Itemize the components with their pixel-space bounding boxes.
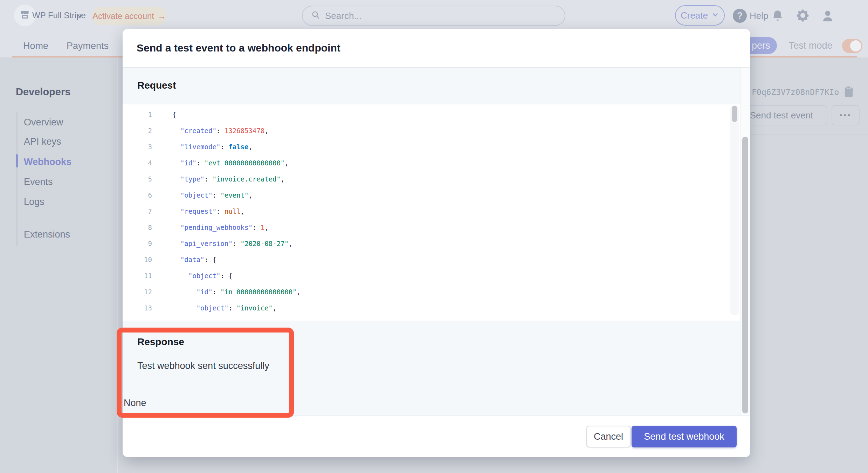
activate-account-label: Activate account	[92, 11, 154, 21]
code-text: "object": "invoice",	[172, 300, 276, 316]
more-options-button[interactable]: •••	[832, 105, 860, 125]
code-line-11: 11 "object": {	[123, 268, 740, 284]
code-text: "object": {	[172, 268, 233, 284]
sidebar-active-indicator	[16, 154, 18, 167]
code-text: "request": null,	[172, 203, 244, 219]
code-text: "type": "invoice.created",	[172, 171, 284, 187]
line-number: 7	[123, 203, 152, 219]
code-text: "object": "event",	[172, 187, 253, 203]
user-avatar-icon[interactable]	[820, 8, 835, 25]
code-text: "created": 1326853478,	[172, 123, 269, 139]
code-text: "api_version": "2020-08-27",	[172, 235, 292, 252]
sidebar-rule	[16, 112, 18, 246]
nav-tab-payments[interactable]: Payments	[67, 37, 109, 55]
toggle-knob	[850, 40, 861, 52]
webhook-signing-secret: F0q6Z3V7z08nDF7KIo	[752, 88, 840, 97]
line-number: 2	[123, 123, 152, 139]
test-mode-label: Test mode	[789, 37, 833, 54]
line-number: 13	[123, 300, 152, 316]
request-label: Request	[137, 80, 176, 91]
chevron-down-icon	[711, 10, 719, 21]
code-text: "data": {	[172, 252, 216, 268]
create-button[interactable]: Create	[675, 5, 725, 26]
code-text: "id": "in_00000000000000",	[172, 284, 301, 300]
sidebar-heading: Developers	[16, 86, 70, 98]
line-number: 4	[123, 155, 152, 171]
sidebar-item-logs[interactable]: Logs	[24, 195, 44, 209]
search-input[interactable]: Search...	[302, 6, 565, 26]
storefront-icon	[19, 9, 30, 22]
modal-title: Send a test event to a webhook endpoint	[137, 42, 340, 54]
detail-divider	[750, 135, 868, 135]
send-test-webhook-button[interactable]: Send test webhook	[632, 426, 737, 447]
annotation-highlight-box	[117, 328, 294, 418]
line-number: 1	[123, 107, 152, 123]
nav-tab-developers-label[interactable]: pers	[752, 37, 770, 54]
sidebar-item-overview[interactable]: Overview	[24, 115, 63, 129]
search-icon	[311, 10, 320, 22]
cancel-button[interactable]: Cancel	[586, 426, 631, 447]
code-line-7: 7 "request": null,	[123, 203, 740, 219]
sidebar-item-webhooks[interactable]: Webhooks	[24, 155, 71, 169]
code-text: "pending_webhooks": 1,	[172, 219, 269, 235]
create-label: Create	[681, 10, 708, 21]
help-label[interactable]: Help	[750, 9, 768, 23]
code-line-3: 3 "livemode": false,	[123, 139, 740, 155]
cancel-label: Cancel	[594, 431, 623, 442]
code-line-6: 6 "object": "event",	[123, 187, 740, 203]
notifications-bell-icon[interactable]	[771, 8, 785, 25]
line-number: 10	[123, 252, 152, 268]
line-number: 5	[123, 171, 152, 187]
code-scrollbar-thumb[interactable]	[732, 106, 737, 122]
code-line-5: 5 "type": "invoice.created",	[123, 171, 740, 187]
arrow-right-icon: →	[158, 11, 166, 21]
code-line-1: 1{	[123, 107, 740, 123]
request-section-header: Request	[123, 68, 750, 104]
code-line-8: 8 "pending_webhooks": 1,	[123, 219, 740, 235]
line-number: 11	[123, 268, 152, 284]
line-number: 6	[123, 187, 152, 203]
modal-scrollbar-thumb[interactable]	[742, 137, 748, 413]
line-number: 8	[123, 219, 152, 235]
chevron-down-icon[interactable]	[76, 12, 84, 21]
activate-account-button[interactable]: Activate account →	[92, 7, 166, 25]
code-text: "livemode": false,	[172, 139, 253, 155]
code-line-4: 4 "id": "evt_00000000000000",	[123, 155, 740, 171]
code-line-10: 10 "data": {	[123, 252, 740, 268]
app-screen: WP Full Stripe Activate account → Search…	[0, 0, 868, 473]
settings-gear-icon[interactable]	[795, 8, 811, 25]
sidebar-item-api-keys[interactable]: API keys	[24, 135, 61, 149]
code-line-9: 9 "api_version": "2020-08-27",	[123, 235, 740, 252]
sidebar-item-extensions[interactable]: Extensions	[24, 227, 70, 241]
line-number: 3	[123, 139, 152, 155]
code-scrollbar-track[interactable]	[730, 105, 739, 315]
code-line-13: 13 "object": "invoice",	[123, 300, 740, 316]
code-text: {	[172, 107, 176, 123]
sidebar-item-events[interactable]: Events	[24, 175, 53, 189]
send-test-event-label: Send test event	[750, 110, 813, 121]
ellipsis-icon: •••	[839, 111, 852, 120]
request-json-viewer[interactable]: 1{2 "created": 1326853478,3 "livemode": …	[123, 104, 740, 321]
line-number: 9	[123, 235, 152, 252]
copy-clipboard-icon[interactable]	[843, 85, 854, 100]
line-number: 12	[123, 284, 152, 300]
code-line-12: 12 "id": "in_00000000000000",	[123, 284, 740, 300]
code-line-2: 2 "created": 1326853478,	[123, 123, 740, 139]
search-placeholder: Search...	[325, 11, 361, 21]
nav-tab-home[interactable]: Home	[23, 37, 48, 55]
test-mode-toggle[interactable]	[842, 39, 862, 53]
send-test-webhook-label: Send test webhook	[644, 431, 724, 442]
code-text: "id": "evt_00000000000000",	[172, 155, 289, 171]
help-icon[interactable]: ?	[733, 9, 747, 23]
